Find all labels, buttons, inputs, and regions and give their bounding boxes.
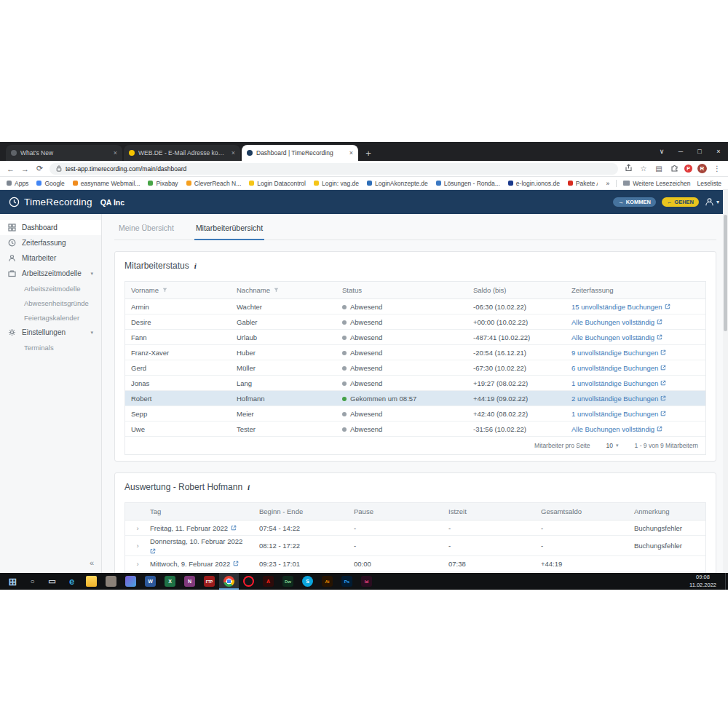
tab-close-icon[interactable]: × (111, 149, 117, 157)
sidebar-item-feiertagskalender[interactable]: Feiertagskalender (0, 310, 101, 325)
column-zeiterfassung[interactable]: Zeiterfassung (566, 282, 705, 298)
column-anmerkung[interactable]: Anmerkung (628, 503, 705, 520)
onenote-icon[interactable]: N (180, 573, 199, 590)
employee-row[interactable]: Robert Hofmann Gekommen um 08:57 +44:19 … (125, 391, 705, 406)
bookings-link[interactable]: 15 unvollständige Buchungen (571, 303, 670, 311)
bookings-link[interactable]: Alle Buchungen vollständig (571, 318, 662, 326)
employee-row[interactable]: Armin Wachter Abwesend -06:30 (10.02.22)… (125, 299, 705, 314)
tab-close-icon[interactable]: × (229, 149, 235, 157)
indesign-icon[interactable]: Id (357, 573, 376, 590)
info-icon[interactable]: i (194, 261, 197, 270)
info-icon[interactable]: i (248, 483, 250, 491)
column-status[interactable]: Status (336, 282, 467, 298)
employee-row[interactable]: Desire Gabler Abwesend +00:00 (10.02.22)… (125, 314, 705, 330)
bookmark-item[interactable]: Pakete A1 Digitali... (568, 180, 598, 187)
sidebar-item-zeiterfassung[interactable]: Zeiterfassung (0, 235, 101, 250)
forward-icon[interactable]: → (20, 165, 30, 173)
bookings-link[interactable]: 2 unvollständige Buchungen (571, 395, 666, 403)
gehen-button[interactable]: ← GEHEN (662, 197, 699, 207)
tab-mitarbeiteruebersicht[interactable]: Mitarbeiterübersicht (194, 223, 264, 240)
word-icon[interactable]: W (141, 573, 160, 590)
app-logo[interactable]: TimeRecording (9, 197, 92, 207)
skype-icon[interactable]: S (298, 573, 317, 590)
minimize-icon[interactable]: ─ (671, 142, 690, 161)
acrobat-icon[interactable]: A (258, 573, 278, 590)
bookings-link[interactable]: 6 unvollständige Buchungen (571, 364, 666, 372)
show-desktop-button[interactable] (725, 573, 728, 590)
bookmark-item[interactable]: Login Datacontrol (249, 180, 306, 187)
bookmark-item[interactable]: Pixabay (148, 180, 178, 187)
task-view-icon[interactable]: ▭ (42, 573, 62, 590)
bookmark-item[interactable]: LoginAkonzepte.de (367, 180, 428, 187)
windows-start-icon[interactable]: ⊞ (3, 573, 23, 590)
per-page-select[interactable]: 10 ▾ (606, 442, 619, 449)
report-row[interactable]: › Mittwoch, 9. Februar 2022 09:23 - 17:0… (125, 556, 705, 571)
opera-icon[interactable] (239, 573, 258, 590)
share-icon[interactable] (623, 164, 633, 173)
sidebar-collapse-button[interactable]: « (90, 558, 94, 567)
sidebar-item-terminals[interactable]: Terminals (0, 340, 101, 355)
bookmark-item[interactable]: CleverReach N... (186, 180, 242, 187)
employee-row[interactable]: Uwe Tester Abwesend -31:56 (10.02.22) Al… (125, 422, 705, 437)
column-saldo[interactable]: Saldo (bis) (467, 282, 566, 298)
employee-row[interactable]: Gerd Müller Abwesend -67:30 (10.02.22) 6… (125, 360, 705, 376)
column-istzeit[interactable]: Istzeit (443, 503, 535, 520)
row-expander-icon[interactable]: › (125, 558, 144, 569)
filter-icon[interactable] (162, 288, 167, 293)
sidebar-item-abwesenheitsgruende[interactable]: Abwesenheitsgründe (0, 296, 101, 310)
maximize-icon[interactable]: □ (690, 142, 709, 161)
report-row[interactable]: › Donnerstag, 10. Februar 2022 08:12 - 1… (125, 536, 705, 556)
illustrator-icon[interactable]: Ai (317, 573, 337, 590)
external-link-icon[interactable] (231, 525, 237, 531)
photoshop-icon[interactable]: Ps (337, 573, 357, 590)
tab-close-icon[interactable]: × (347, 149, 353, 157)
filezilla-icon[interactable]: FTP (199, 573, 219, 590)
bookings-link[interactable]: 1 unvollständige Buchungen (571, 379, 666, 387)
scrollbar-thumb[interactable] (724, 215, 727, 331)
employee-row[interactable]: Sepp Meier Abwesend +42:40 (08.02.22) 1 … (125, 406, 705, 422)
bookmark-item[interactable]: Google (36, 180, 64, 187)
url-field[interactable]: test-app.timerecording.com/main/dashboar… (50, 163, 618, 175)
chrome-icon[interactable] (219, 573, 239, 590)
sidebar-item-arbeitszeitmodelle[interactable]: Arbeitszeitmodelle ▾ (0, 266, 101, 281)
other-bookmarks-button[interactable]: Weitere Lesezeichen (623, 180, 690, 187)
back-icon[interactable]: ← (6, 165, 15, 173)
reload-icon[interactable]: ⟳ (35, 164, 44, 173)
reading-list-button[interactable]: Leseliste (697, 180, 721, 187)
screenshot-tool-icon[interactable] (121, 573, 141, 590)
extensions-icon[interactable] (669, 164, 679, 173)
bookmark-item[interactable]: Apps (7, 180, 28, 187)
kommen-button[interactable]: → KOMMEN (613, 197, 656, 207)
browser-tab-dashboard[interactable]: Dashboard | TimeRecording × (242, 145, 358, 161)
sidebar-item-mitarbeiter[interactable]: Mitarbeiter (0, 250, 101, 266)
filter-icon[interactable] (274, 288, 279, 293)
column-tag[interactable]: Tag (144, 503, 253, 520)
column-gesamtsaldo[interactable]: Gesamtsaldo (535, 503, 628, 520)
pinterest-icon[interactable]: P (684, 165, 692, 173)
user-menu[interactable]: ▾ (705, 197, 719, 207)
column-nachname[interactable]: Nachname (231, 282, 336, 298)
reading-list-icon[interactable]: ▤ (654, 165, 664, 173)
column-pause[interactable]: Pause (348, 503, 443, 520)
bookings-link[interactable]: 9 unvollständige Buchungen (571, 349, 666, 357)
bookings-link[interactable]: Alle Buchungen vollständig (571, 425, 662, 433)
file-explorer-icon[interactable] (82, 573, 101, 590)
external-link-icon[interactable] (150, 548, 156, 554)
row-expander-icon[interactable]: › (125, 523, 144, 534)
close-icon[interactable]: × (709, 142, 728, 161)
bookings-link[interactable]: Alle Buchungen vollständig (571, 333, 662, 341)
tab-search-icon[interactable]: ∨ (652, 142, 671, 161)
row-expander-icon[interactable]: › (125, 540, 144, 551)
new-tab-button[interactable]: + (360, 145, 377, 161)
column-vorname[interactable]: Vorname (125, 282, 231, 298)
bookmarks-overflow-icon[interactable]: » (606, 180, 609, 187)
bookmark-item[interactable]: Login: vag.de (314, 180, 359, 187)
sidebar-item-einstellungen[interactable]: Einstellungen ▾ (0, 325, 101, 340)
browser-menu-icon[interactable]: ⋮ (712, 165, 722, 173)
gimp-icon[interactable] (101, 573, 121, 590)
sidebar-item-dashboard[interactable]: Dashboard (0, 220, 101, 235)
profile-avatar[interactable]: R (697, 164, 707, 173)
bookmark-star-icon[interactable]: ☆ (638, 165, 649, 173)
external-link-icon[interactable] (233, 561, 239, 566)
report-row[interactable]: › Freitag, 11. Februar 2022 07:54 - 14:2… (125, 521, 705, 536)
